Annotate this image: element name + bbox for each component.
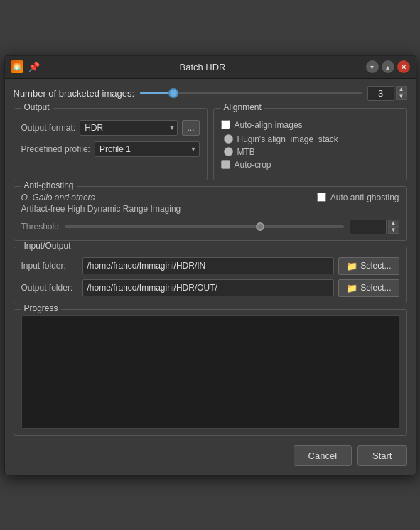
profile-label: Predefined profile: — [21, 144, 90, 154]
threshold-spinner-down[interactable]: ▼ — [388, 227, 399, 234]
threshold-spinner-up[interactable]: ▲ — [388, 220, 399, 227]
auto-anti-ghost-label: Auto anti-ghosting — [330, 193, 399, 202]
anti-ghosting-desc: Artifact-free High Dynamic Range Imaging — [21, 204, 399, 214]
input-folder-row: Input folder: /home/franco/Immagini/HDR/… — [21, 257, 399, 275]
anti-ghosting-header: O. Gallo and others Auto anti-ghosting — [21, 193, 399, 202]
progress-section-title: Progress — [21, 303, 61, 313]
slider-thumb — [168, 88, 178, 98]
pin-icon[interactable]: 📌 — [28, 61, 40, 72]
alignment-section-title: Alignment — [221, 102, 264, 112]
window-title: Batch HDR — [40, 62, 366, 72]
input-select-button[interactable]: 📁 Select... — [338, 257, 399, 275]
output-select-label: Select... — [360, 283, 391, 293]
bracketed-slider-container[interactable] — [140, 86, 361, 100]
output-select-button[interactable]: 📁 Select... — [338, 279, 399, 297]
threshold-spinner: 0,1000 ▲ ▼ — [350, 220, 399, 234]
autocrop-row: Auto-crop — [221, 160, 399, 170]
progress-section: Progress — [14, 309, 407, 436]
threshold-label: Threshold — [21, 222, 59, 232]
mtb-row: MTB — [221, 147, 399, 157]
bracketed-spinner: 3 ▲ ▼ — [367, 86, 407, 101]
maximize-button[interactable]: ▴ — [382, 60, 394, 73]
batch-hdr-window: 🌅 📌 Batch HDR ▾ ▴ ✕ Number of bracketed … — [4, 55, 416, 475]
close-button[interactable]: ✕ — [397, 60, 410, 73]
auto-align-row: Auto-align images — [221, 120, 399, 130]
anti-ghosting-author: O. Gallo and others — [21, 193, 95, 202]
input-folder-label: Input folder: — [21, 261, 78, 271]
mtb-radio[interactable] — [224, 147, 233, 156]
hugin-label: Hugin's align_image_stack — [237, 134, 338, 144]
autocrop-label: Auto-crop — [235, 160, 271, 170]
input-select-label: Select... — [360, 261, 391, 271]
profile-select[interactable]: Profile 1 Profile 2 Profile 3 — [95, 141, 200, 157]
io-section-title: Input/Output — [21, 241, 74, 251]
main-content: Number of bracketed images: 3 ▲ ▼ Output — [5, 79, 416, 475]
app-icon: 🌅 — [11, 60, 23, 73]
input-folder-input[interactable]: /home/franco/Immagini/HDR/IN — [82, 257, 335, 274]
folder-icon-2: 📁 — [346, 283, 357, 293]
progress-area — [21, 315, 399, 429]
mtb-label: MTB — [237, 147, 255, 157]
format-dots-button[interactable]: ... — [182, 120, 199, 136]
format-row: Output format: HDR EXR TIFF ▼ ... — [21, 120, 200, 136]
format-select-wrapper: HDR EXR TIFF ▼ — [80, 120, 178, 136]
bracketed-value-input[interactable]: 3 — [367, 86, 394, 101]
output-section: Output Output format: HDR EXR TIFF ▼ ... — [14, 108, 208, 180]
spinner-up-button[interactable]: ▲ — [396, 86, 407, 93]
bracketed-row: Number of bracketed images: 3 ▲ ▼ — [14, 86, 407, 101]
hugin-row: Hugin's align_image_stack — [221, 134, 399, 144]
anti-ghosting-title: Anti-ghosting — [21, 180, 77, 190]
threshold-value-input[interactable]: 0,1000 — [350, 220, 387, 234]
anti-ghosting-section: Anti-ghosting O. Gallo and others Auto a… — [14, 186, 407, 241]
auto-align-label: Auto-align images — [235, 120, 303, 130]
threshold-row: Threshold 0,1000 ▲ ▼ — [21, 220, 399, 234]
titlebar-left: 🌅 📌 — [11, 60, 40, 73]
output-folder-label: Output folder: — [21, 283, 78, 293]
start-button[interactable]: Start — [357, 445, 406, 466]
profile-row: Predefined profile: Profile 1 Profile 2 … — [21, 141, 200, 157]
output-folder-row: Output folder: /home/franco/Immagini/HDR… — [21, 279, 399, 297]
threshold-slider[interactable] — [65, 225, 344, 228]
minimize-button[interactable]: ▾ — [366, 60, 379, 73]
format-select[interactable]: HDR EXR TIFF — [80, 120, 178, 136]
autocrop-checkbox[interactable] — [221, 160, 230, 169]
window-controls: ▾ ▴ ✕ — [366, 60, 410, 73]
spinner-buttons: ▲ ▼ — [396, 86, 407, 100]
auto-anti-ghost-row: Auto anti-ghosting — [317, 193, 399, 202]
auto-anti-ghost-checkbox[interactable] — [317, 193, 326, 202]
slider-track — [140, 92, 361, 94]
alignment-section: Alignment Auto-align images Hugin's alig… — [213, 108, 407, 180]
output-alignment-section: Output Output format: HDR EXR TIFF ▼ ... — [14, 108, 407, 180]
auto-align-checkbox[interactable] — [221, 120, 230, 129]
format-label: Output format: — [21, 123, 76, 133]
titlebar: 🌅 📌 Batch HDR ▾ ▴ ✕ — [5, 56, 416, 79]
hugin-radio[interactable] — [224, 134, 233, 144]
io-section: Input/Output Input folder: /home/franco/… — [14, 247, 407, 303]
threshold-thumb — [256, 222, 264, 231]
bottom-buttons: Cancel Start — [14, 443, 407, 467]
profile-select-wrapper: Profile 1 Profile 2 Profile 3 ▼ — [95, 141, 200, 157]
output-section-title: Output — [21, 102, 53, 112]
folder-icon: 📁 — [346, 261, 357, 271]
cancel-button[interactable]: Cancel — [294, 445, 352, 466]
bracketed-label: Number of bracketed images: — [14, 88, 135, 99]
output-folder-input[interactable]: /home/franco/Immagini/HDR/OUT/ — [82, 279, 335, 296]
spinner-down-button[interactable]: ▼ — [396, 93, 407, 100]
threshold-spinner-buttons: ▲ ▼ — [388, 220, 399, 234]
